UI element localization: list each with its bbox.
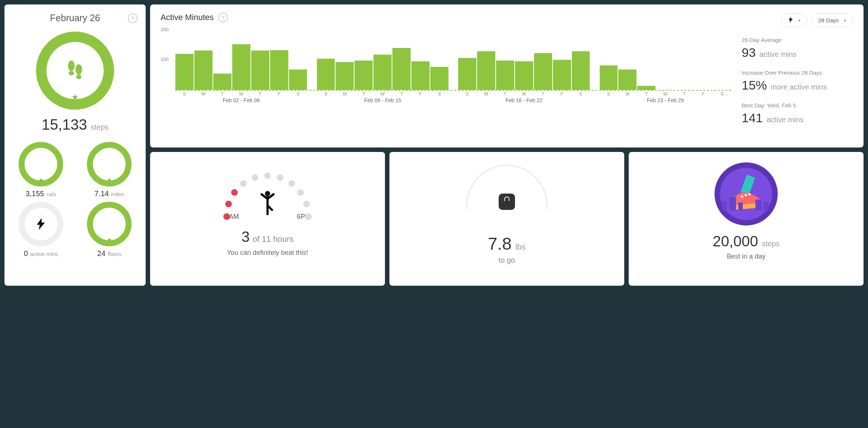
calories-unit: cals: [46, 191, 56, 197]
stat-unit: active mins: [767, 116, 804, 124]
bar[interactable]: [553, 60, 571, 90]
week-labels: SMTWTFSFeb 09 - Feb 15: [317, 91, 449, 103]
bar-week-group: [317, 25, 449, 90]
weight-gauge: [466, 165, 548, 209]
day-letter: F: [411, 91, 430, 97]
hourly-dot: [223, 213, 230, 220]
bar[interactable]: [317, 59, 335, 90]
active-minutes-card: Active Minutes ? 200 100 SMTWTFSFeb 02 -…: [150, 4, 864, 147]
week-range: Feb 09 - Feb 15: [364, 97, 401, 103]
day-letter: S: [317, 91, 335, 97]
bar[interactable]: [373, 55, 392, 90]
svg-point-1: [69, 71, 74, 75]
bar[interactable]: [213, 74, 231, 90]
bar[interactable]: [232, 44, 250, 90]
day-letter: M: [336, 91, 354, 97]
y-tick-100: 100: [161, 56, 169, 62]
week-range: Feb 16 - Feb 22: [505, 97, 542, 103]
stat-value: 141: [742, 111, 763, 125]
y-tick-200: 200: [161, 27, 169, 32]
bar[interactable]: [572, 51, 590, 90]
daily-date: February 26: [50, 13, 100, 23]
bar[interactable]: [289, 69, 307, 90]
day-letter: S: [600, 91, 618, 97]
bar[interactable]: [496, 61, 514, 90]
help-icon[interactable]: ?: [128, 13, 137, 23]
badge-unit: steps: [762, 240, 780, 248]
hourly-of-text: of 11 hours: [253, 234, 294, 244]
weight-card[interactable]: 7.8 lbs to go: [389, 152, 624, 286]
svg-point-8: [748, 193, 751, 195]
hourly-count: 3: [242, 228, 250, 245]
hourly-dot: [305, 213, 312, 220]
distance-ring[interactable]: ★: [87, 142, 132, 187]
daily-header: February 26 ?: [11, 13, 139, 23]
steps-value: 15,133: [42, 116, 87, 133]
day-letter: T: [251, 91, 269, 97]
stat-unit: active mins: [760, 50, 797, 59]
bar[interactable]: [411, 61, 430, 90]
stairs-icon: [87, 202, 132, 246]
scale-icon: [499, 194, 515, 210]
day-letter: S: [458, 91, 476, 97]
floors-ring[interactable]: ★: [87, 202, 132, 246]
day-letter: M: [618, 91, 637, 97]
day-letter: T: [496, 91, 514, 97]
location-pin-icon: [87, 142, 132, 187]
stat-increase: Increase Over Previous 28 Days 15% more …: [742, 69, 853, 93]
calories-ring[interactable]: ★: [19, 142, 63, 187]
help-icon[interactable]: ?: [218, 13, 228, 22]
stat-average: 28-Day Average 93 active mins: [742, 37, 853, 60]
badge-card[interactable]: 20,000 steps Best in a day: [629, 152, 864, 286]
badge-subtext: Best in a day: [727, 253, 765, 260]
range-selector[interactable]: 28 Days ▾: [811, 13, 853, 27]
bar-week-group: [458, 25, 590, 90]
stat-value: 15%: [742, 78, 767, 93]
bar[interactable]: [477, 51, 495, 90]
day-letter: W: [656, 91, 674, 97]
lightning-icon: [19, 202, 63, 246]
day-letter: T: [392, 91, 411, 97]
chart-baseline: [175, 90, 731, 91]
bar[interactable]: [534, 53, 552, 90]
bar[interactable]: [251, 51, 269, 90]
chevron-down-icon: ▾: [798, 18, 800, 23]
day-letter: T: [675, 91, 693, 97]
daily-summary-card: February 26 ? ★ 15,133 steps: [4, 4, 146, 286]
active-minutes-chart[interactable]: 200 100 SMTWTFSFeb 02 - Feb 08SMTWTFSFeb…: [161, 25, 731, 141]
hourly-dot: [225, 201, 232, 207]
day-letter: S: [572, 91, 590, 97]
bar[interactable]: [458, 58, 476, 90]
stat-label: 28-Day Average: [742, 37, 853, 43]
bar[interactable]: [336, 62, 354, 90]
bar[interactable]: [637, 86, 655, 90]
bar[interactable]: [392, 48, 411, 90]
bar[interactable]: [175, 54, 194, 90]
bar[interactable]: [515, 61, 533, 90]
bar-week-group: [600, 25, 732, 90]
week-labels: SMTWTFSFeb 02 - Feb 08: [175, 91, 307, 103]
bar[interactable]: [194, 51, 213, 90]
hourly-message: You can definitely beat this!: [227, 249, 308, 257]
bar[interactable]: [600, 65, 618, 90]
bar[interactable]: [430, 67, 448, 90]
hourly-dot: [264, 172, 271, 179]
weight-value: 7.8: [488, 234, 512, 254]
metric-selector[interactable]: ▾: [781, 13, 807, 27]
hourly-dot: [277, 174, 284, 181]
day-letter: F: [694, 91, 712, 97]
hourly-activity-card[interactable]: 7AM 6PM 3 of 11 hours You can definitely…: [150, 152, 385, 286]
distance-unit: miles: [111, 191, 124, 197]
bar[interactable]: [618, 69, 637, 90]
stat-label: Increase Over Previous 28 Days: [742, 69, 853, 76]
active-mins-ring[interactable]: [19, 202, 63, 246]
stat-value: 93: [742, 45, 756, 60]
svg-point-4: [265, 191, 270, 196]
stat-label: Best Day: Wed, Feb 5: [742, 102, 853, 108]
bar[interactable]: [354, 61, 373, 90]
distance-value: 7.14: [94, 189, 109, 198]
bar[interactable]: [270, 50, 288, 90]
floors-unit: floors: [108, 251, 122, 257]
steps-ring[interactable]: ★: [36, 32, 114, 110]
steps-unit: steps: [91, 123, 108, 132]
